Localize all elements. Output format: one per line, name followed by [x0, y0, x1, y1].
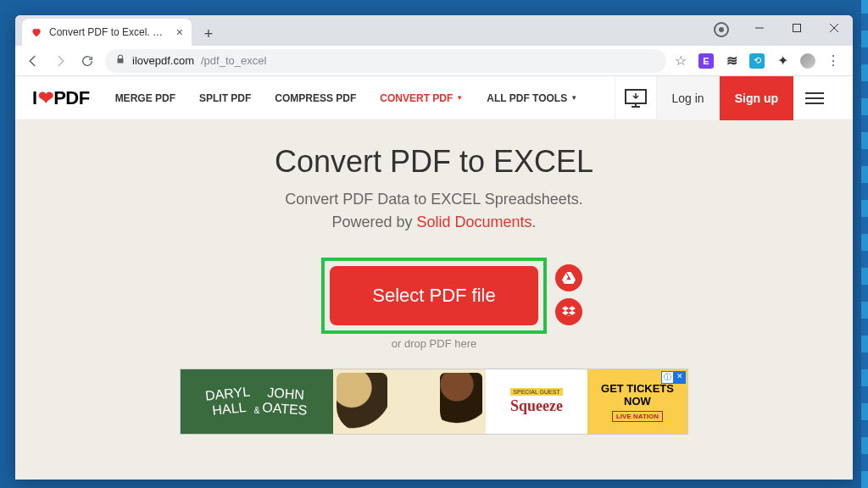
omnibox[interactable]: ilovepdf.com/pdf_to_excel [105, 49, 666, 73]
back-button[interactable] [24, 52, 42, 70]
extension-icons: E ≋ ⟲ ✦ ⋮ [695, 53, 844, 69]
close-window-button[interactable] [815, 15, 853, 41]
solid-documents-link[interactable]: Solid Documents [416, 214, 531, 230]
dropbox-button[interactable] [555, 298, 582, 325]
chrome-menu-icon[interactable]: ⋮ [826, 53, 841, 69]
hamburger-icon [805, 92, 824, 104]
maximize-button[interactable] [778, 15, 815, 41]
caret-down-icon: ▼ [570, 94, 577, 102]
extension-icon[interactable]: ⟲ [749, 53, 765, 69]
ad-banner[interactable]: DARYLHALL&JOHNOATES SPECIAL GUEST Squeez… [180, 369, 688, 435]
nav-split[interactable]: SPLIT PDF [199, 92, 251, 104]
desktop-app-icon[interactable] [615, 76, 657, 120]
menu-button[interactable] [793, 76, 836, 120]
address-bar: ilovepdf.com/pdf_to_excel ☆ E ≋ ⟲ ✦ ⋮ [15, 46, 853, 76]
page-content: Convert PDF to EXCEL Convert PDF Data to… [15, 120, 853, 480]
main-nav: MERGE PDF SPLIT PDF COMPRESS PDF CONVERT… [115, 92, 577, 104]
page-heading: Convert PDF to EXCEL [275, 144, 593, 180]
extension-icon[interactable]: ≋ [724, 53, 739, 69]
login-button[interactable]: Log in [657, 76, 720, 120]
nav-all-tools[interactable]: ALL PDF TOOLS▼ [487, 92, 577, 104]
forward-button[interactable] [51, 52, 70, 70]
tab-title: Convert PDF to Excel. PDF to XLS [49, 26, 170, 38]
svg-rect-1 [793, 25, 801, 32]
extension-icon[interactable]: E [698, 53, 714, 69]
window-controls [741, 15, 853, 41]
drop-hint: or drop PDF here [392, 337, 476, 350]
logo[interactable]: I ❤ PDF [32, 87, 90, 109]
tab-close-icon[interactable]: × [176, 25, 183, 39]
url-domain: ilovepdf.com [132, 54, 194, 67]
upload-area: Select PDF file [321, 258, 547, 334]
adchoices-icon[interactable]: ⓘ✕ [661, 371, 686, 384]
url-path: /pdf_to_excel [201, 54, 266, 67]
ad-artist-block: DARYLHALL&JOHNOATES [181, 369, 333, 434]
ad-guest-block: SPECIAL GUEST Squeeze [486, 369, 587, 434]
ad-image-block [333, 369, 486, 434]
nav-compress[interactable]: COMPRESS PDF [275, 92, 356, 104]
select-pdf-button[interactable]: Select PDF file [330, 266, 538, 325]
logo-text-prefix: I [32, 87, 37, 109]
extensions-menu-icon[interactable]: ✦ [775, 53, 790, 69]
chrome-window: Convert PDF to Excel. PDF to XLS × + ilo… [15, 15, 853, 480]
minimize-button[interactable] [741, 15, 778, 41]
browser-tab[interactable]: Convert PDF to Excel. PDF to XLS × [22, 19, 192, 46]
reload-button[interactable] [78, 52, 97, 70]
account-indicator-icon[interactable] [714, 22, 729, 37]
logo-text-suffix: PDF [53, 87, 90, 109]
new-tab-button[interactable]: + [197, 22, 220, 46]
lock-icon [115, 54, 125, 67]
nav-convert[interactable]: CONVERT PDF▼ [380, 92, 463, 104]
caret-down-icon: ▼ [456, 94, 463, 102]
site-header: I ❤ PDF MERGE PDF SPLIT PDF COMPRESS PDF… [15, 76, 853, 120]
heart-icon: ❤ [38, 87, 53, 109]
page-subtitle: Convert PDF Data to EXCEL Spreadsheets. … [285, 188, 583, 234]
favicon-icon [31, 26, 42, 38]
highlight-box: Select PDF file [321, 258, 547, 334]
profile-avatar-icon[interactable] [800, 53, 815, 69]
signup-button[interactable]: Sign up [720, 76, 793, 120]
titlebar: Convert PDF to Excel. PDF to XLS × + [15, 15, 853, 46]
nav-merge[interactable]: MERGE PDF [115, 92, 175, 104]
google-drive-button[interactable] [555, 264, 582, 291]
bookmark-star-icon[interactable]: ☆ [675, 53, 687, 69]
